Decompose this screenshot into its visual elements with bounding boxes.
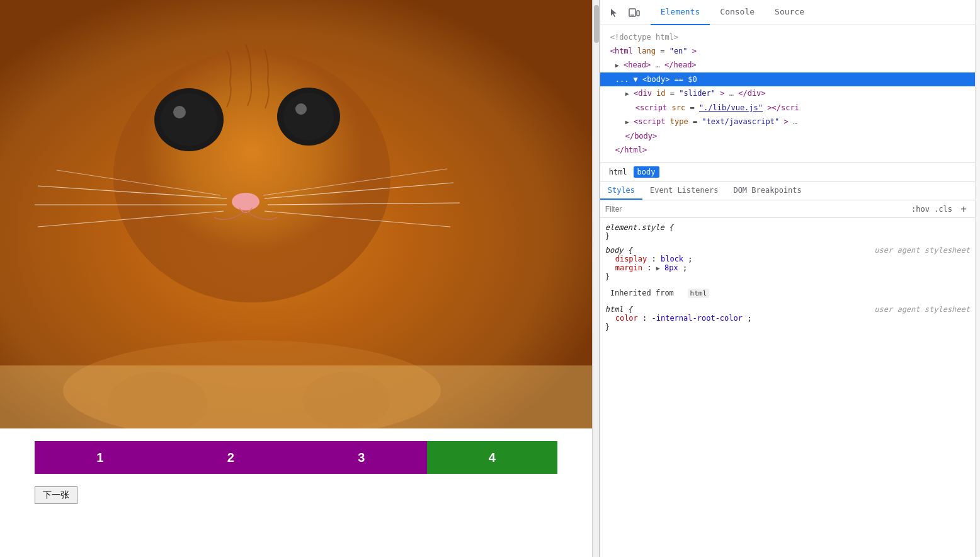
devtools-tabs: Elements Console Source bbox=[651, 0, 814, 25]
margin-expand-icon[interactable]: ▶ bbox=[656, 265, 660, 272]
cat-image bbox=[0, 0, 592, 428]
svg-point-6 bbox=[283, 93, 334, 141]
cursor-icon[interactable] bbox=[605, 4, 623, 21]
dom-line-script-js[interactable]: ▶ <script type = "text/javascript" > … bbox=[600, 115, 975, 129]
filter-bar: :hov .cls + bbox=[600, 200, 975, 218]
dom-line-body-close[interactable]: </body> bbox=[600, 129, 975, 143]
svg-rect-22 bbox=[637, 11, 639, 16]
svg-point-3 bbox=[161, 93, 217, 146]
tab-console[interactable]: Console bbox=[710, 0, 765, 25]
next-btn-area: 下一张 bbox=[0, 486, 592, 504]
breadcrumb: html body bbox=[600, 163, 975, 182]
css-display-prop: display : block ; bbox=[605, 255, 970, 263]
dom-tree: <!doctype html> <html lang = "en" > ▶ <h… bbox=[600, 25, 975, 163]
css-rule-html: html { user agent stylesheet color : -in… bbox=[600, 302, 975, 334]
slider-btn-2[interactable]: 2 bbox=[166, 441, 297, 474]
dom-line-body[interactable]: ... ▼ <body> == $0 bbox=[600, 72, 975, 86]
dom-line-script-vue[interactable]: <script src = "./lib/vue.js" ></scri bbox=[600, 101, 975, 115]
css-html-selector-line: html { user agent stylesheet bbox=[605, 305, 970, 314]
filter-input[interactable] bbox=[605, 205, 906, 214]
tab-source[interactable]: Source bbox=[765, 0, 814, 25]
dom-line-head[interactable]: ▶ <head> … </head> bbox=[600, 58, 975, 72]
bc-body[interactable]: body bbox=[634, 166, 659, 178]
css-rule-element-style: element.style { } bbox=[600, 221, 975, 243]
slider-controls: 1 2 3 4 bbox=[35, 441, 557, 474]
svg-point-8 bbox=[232, 193, 259, 210]
filter-pseudo-button[interactable]: :hov .cls bbox=[909, 204, 955, 215]
right-edge-handle[interactable] bbox=[975, 0, 980, 557]
browser-viewport: 1 2 3 4 下一张 bbox=[0, 0, 592, 557]
add-style-button[interactable]: + bbox=[957, 203, 970, 215]
devtools-scrollbar[interactable] bbox=[592, 0, 600, 557]
scrollbar-thumb[interactable] bbox=[594, 5, 599, 43]
slider-btn-3[interactable]: 3 bbox=[296, 441, 427, 474]
devtools-toolbar: Elements Console Source bbox=[600, 0, 975, 25]
svg-point-7 bbox=[295, 103, 307, 115]
css-color-prop: color : -internal-root-color ; bbox=[605, 314, 970, 323]
slider-btn-1[interactable]: 1 bbox=[35, 441, 166, 474]
svg-point-4 bbox=[173, 106, 186, 118]
css-margin-prop: margin : ▶ 8px ; bbox=[605, 263, 970, 272]
css-body-selector-line: body { user agent stylesheet bbox=[605, 246, 970, 255]
inherited-tag[interactable]: html bbox=[688, 289, 710, 298]
styles-tab-styles[interactable]: Styles bbox=[600, 182, 642, 200]
dom-line-html-close[interactable]: </html> bbox=[600, 143, 975, 157]
dom-line-html[interactable]: <html lang = "en" > bbox=[600, 44, 975, 58]
devtools-panel: Elements Console Source <!doctype html> … bbox=[600, 0, 975, 557]
slider-btn-4[interactable]: 4 bbox=[427, 441, 558, 474]
svg-rect-20 bbox=[0, 365, 592, 428]
inherited-section: Inherited from html bbox=[600, 284, 975, 302]
styles-panel: Styles Event Listeners DOM Breakpoints :… bbox=[600, 182, 975, 557]
dom-line-doctype[interactable]: <!doctype html> bbox=[600, 30, 975, 44]
inherited-label: Inherited from html bbox=[605, 286, 970, 300]
device-toggle-icon[interactable] bbox=[625, 4, 643, 21]
styles-tab-dom-breakpoints[interactable]: DOM Breakpoints bbox=[726, 182, 809, 200]
styles-tabs: Styles Event Listeners DOM Breakpoints bbox=[600, 182, 975, 200]
next-button[interactable]: 下一张 bbox=[35, 486, 77, 504]
bc-html[interactable]: html bbox=[605, 166, 631, 178]
css-rules: element.style { } body { user agent styl… bbox=[600, 218, 975, 557]
css-selector-element: element.style { bbox=[605, 223, 970, 232]
dom-line-div-slider[interactable]: ▶ <div id = "slider" > … </div> bbox=[600, 86, 975, 101]
tab-elements[interactable]: Elements bbox=[651, 0, 710, 25]
cat-background bbox=[0, 0, 592, 428]
css-rule-body: body { user agent stylesheet display : b… bbox=[600, 243, 975, 284]
styles-tab-event-listeners[interactable]: Event Listeners bbox=[642, 182, 726, 200]
